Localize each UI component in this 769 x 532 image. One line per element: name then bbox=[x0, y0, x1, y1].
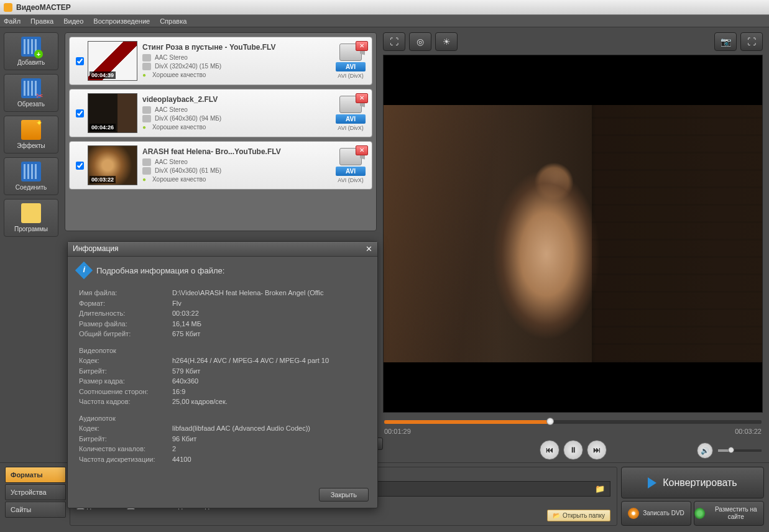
file-checkbox[interactable] bbox=[76, 57, 84, 65]
play-arrow-icon bbox=[648, 477, 656, 488]
menu-help[interactable]: Справка bbox=[160, 17, 186, 25]
file-quality: Хорошее качество bbox=[142, 176, 336, 183]
video-icon bbox=[142, 63, 151, 70]
burn-dvd-button[interactable]: Записать DVD bbox=[621, 501, 691, 526]
file-duration: 00:04:39 bbox=[90, 71, 116, 79]
info-key: Кодек: bbox=[79, 355, 172, 366]
file-thumbnail: 00:04:26 bbox=[88, 93, 137, 133]
action-buttons: Конвертировать Записать DVD Разместить н… bbox=[621, 467, 764, 526]
file-row[interactable]: 00:04:39Стинг Роза в пустыне - YouTube.F… bbox=[69, 37, 372, 85]
open-folder-button[interactable]: 📂 Открыть папку bbox=[547, 510, 610, 521]
video-preview[interactable] bbox=[383, 55, 763, 413]
snapshot-button[interactable]: 📷 bbox=[714, 32, 737, 51]
seek-bar[interactable] bbox=[384, 420, 762, 424]
format-sub: AVI (DivX) bbox=[336, 177, 366, 183]
sidebar-programs-button[interactable]: Программы bbox=[4, 199, 58, 237]
file-row[interactable]: 00:03:22ARASH feat Helena- Bro...YouTube… bbox=[69, 141, 372, 190]
video-icon bbox=[142, 167, 151, 175]
tag-icon bbox=[21, 203, 41, 223]
info-value: D:\Video\ARASH feat Helena- Broken Angel… bbox=[172, 288, 366, 298]
audio-icon bbox=[142, 54, 151, 62]
time-total: 00:03:22 bbox=[735, 428, 762, 435]
sidebar-join-label: Соединить bbox=[16, 184, 47, 191]
file-audio: AAC Stereo bbox=[155, 54, 188, 61]
info-value: 675 Кбит bbox=[172, 329, 366, 339]
volume-control: 🔊 bbox=[697, 443, 762, 459]
film-join-icon bbox=[21, 162, 41, 181]
format-sub: AVI (DivX) bbox=[336, 73, 366, 79]
file-video: DivX (320x240) (15 МБ) bbox=[155, 63, 221, 70]
menu-playback[interactable]: Воспроизведение bbox=[93, 17, 150, 25]
info-dialog: Информация ✕ Подробная информация о файл… bbox=[67, 241, 378, 508]
upload-button[interactable]: Разместить на сайте bbox=[694, 501, 764, 526]
menu-video[interactable]: Видео bbox=[63, 17, 83, 25]
sidebar-programs-label: Программы bbox=[14, 226, 48, 232]
file-quality: Хорошее качество bbox=[142, 71, 336, 78]
info-value: 96 Кбит bbox=[172, 434, 366, 444]
audio-icon bbox=[142, 106, 151, 114]
crop-button[interactable]: ⛶ bbox=[383, 32, 405, 51]
convert-button[interactable]: Конвертировать bbox=[621, 467, 764, 498]
format-tabs: Форматы Устройства Сайты bbox=[5, 467, 66, 526]
info-key: Соотношение сторон: bbox=[79, 387, 172, 397]
video-icon bbox=[142, 115, 151, 122]
sidebar-join-button[interactable]: Соединить bbox=[4, 157, 58, 195]
sidebar-trim-label: Обрезать bbox=[17, 101, 45, 108]
file-name: Стинг Роза в пустыне - YouTube.FLV bbox=[142, 43, 336, 52]
menu-file[interactable]: Файл bbox=[4, 17, 21, 25]
seek-knob[interactable] bbox=[546, 418, 554, 425]
info-value: 579 Кбит bbox=[172, 366, 366, 377]
enhance-button[interactable]: ◎ bbox=[409, 32, 431, 51]
seek-fill bbox=[384, 420, 550, 424]
audio-icon bbox=[142, 158, 151, 166]
wand-icon bbox=[21, 120, 41, 140]
pause-button[interactable]: ⏸ bbox=[563, 440, 583, 460]
video-frame bbox=[384, 105, 762, 362]
info-key: Размер файла: bbox=[79, 319, 172, 329]
tab-devices[interactable]: Устройства bbox=[5, 484, 66, 500]
file-checkbox[interactable] bbox=[76, 109, 84, 117]
fullscreen-button[interactable]: ⛶ bbox=[740, 32, 763, 51]
file-remove-button[interactable]: ✕ bbox=[356, 93, 368, 103]
prev-button[interactable]: ⏮ bbox=[540, 440, 559, 460]
sidebar-effects-label: Эффекты bbox=[17, 142, 45, 149]
info-section-video: Видеопоток bbox=[79, 346, 366, 356]
file-checkbox[interactable] bbox=[76, 162, 84, 170]
info-value: 16,14 МБ bbox=[172, 319, 366, 329]
info-close-icon[interactable]: ✕ bbox=[366, 244, 372, 254]
info-section-audio: Аудиопоток bbox=[79, 413, 366, 424]
sidebar-trim-button[interactable]: Обрезать bbox=[4, 74, 58, 112]
info-value: 640x360 bbox=[172, 376, 366, 387]
format-label: AVI bbox=[336, 62, 366, 71]
tab-formats[interactable]: Форматы bbox=[5, 467, 66, 483]
volume-slider[interactable] bbox=[718, 449, 762, 452]
file-remove-button[interactable]: ✕ bbox=[356, 145, 368, 155]
app-title: ВидеоМАСТЕР bbox=[16, 3, 71, 12]
info-key: Количество каналов: bbox=[79, 444, 172, 454]
info-value: Flv bbox=[172, 298, 366, 309]
brightness-button[interactable]: ☀ bbox=[435, 32, 458, 51]
titlebar: ВидеоМАСТЕР bbox=[0, 0, 769, 15]
next-button[interactable]: ⏭ bbox=[587, 440, 607, 460]
info-key: Битрейт: bbox=[79, 366, 172, 377]
file-info: videoplayback_2.FLVAAC StereoDivX (640x3… bbox=[137, 95, 336, 132]
format-label: AVI bbox=[336, 114, 366, 124]
menu-edit[interactable]: Правка bbox=[30, 17, 53, 25]
info-value: h264(H.264 / AVC / MPEG-4 AVC / MPEG-4 p… bbox=[172, 355, 366, 366]
file-row[interactable]: 00:04:26videoplayback_2.FLVAAC StereoDiv… bbox=[69, 89, 372, 137]
file-info: ARASH feat Helena- Bro...YouTube.FLVAAC … bbox=[137, 147, 336, 184]
player-panel: ⛶ ◎ ☀ 📷 ⛶ 00:01:29 00:03:22 ⏮ ⏸ ⏭ 🔊 bbox=[379, 27, 769, 462]
info-key: Длительность: bbox=[79, 308, 172, 319]
info-key: Частота кадров: bbox=[79, 397, 172, 407]
file-remove-button[interactable]: ✕ bbox=[356, 41, 368, 51]
file-duration: 00:03:22 bbox=[90, 176, 116, 183]
volume-icon[interactable]: 🔊 bbox=[697, 443, 713, 459]
film-cut-icon bbox=[21, 78, 41, 98]
tab-sites[interactable]: Сайты bbox=[5, 502, 66, 518]
file-audio: AAC Stereo bbox=[155, 106, 188, 113]
sidebar-effects-button[interactable]: Эффекты bbox=[4, 116, 58, 154]
info-close-button[interactable]: Закрыть bbox=[319, 488, 369, 502]
file-duration: 00:04:26 bbox=[90, 124, 116, 131]
sidebar-add-button[interactable]: Добавить bbox=[4, 32, 58, 70]
browse-folder-icon[interactable]: 📁 bbox=[595, 484, 605, 493]
